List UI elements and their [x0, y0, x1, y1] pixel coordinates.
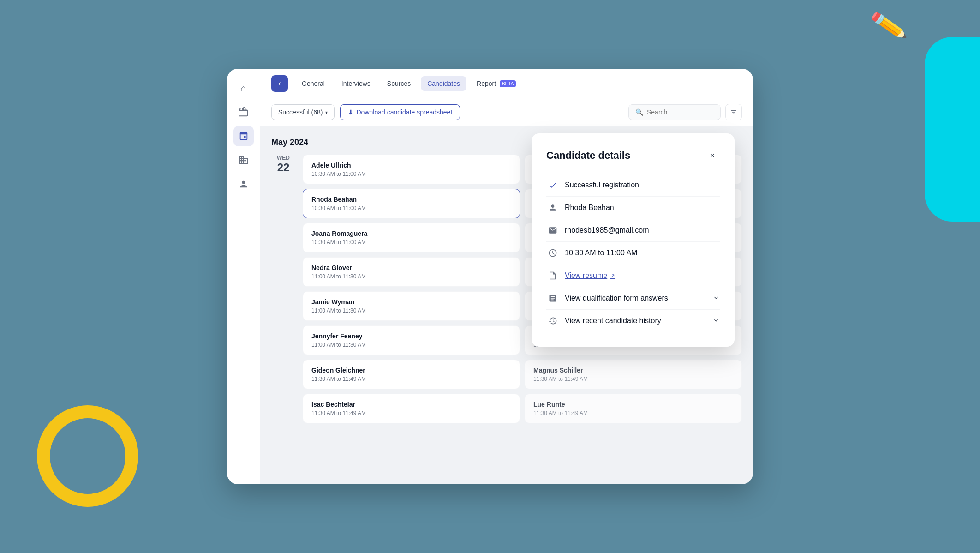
search-box: 🔍: [628, 104, 721, 120]
sidebar-item-home[interactable]: ⌂: [233, 78, 254, 98]
filter-icon-button[interactable]: [725, 104, 742, 120]
yellow-circle-decoration: [37, 405, 138, 507]
candidate-name: Jennyfer Feeney: [311, 332, 511, 340]
history-chevron-icon: [712, 317, 720, 325]
beta-badge: BETA: [500, 80, 516, 87]
candidate-time: 10:30 AM to 11:00 AM: [311, 205, 511, 211]
candidate-name: Isac Bechtelar: [311, 401, 511, 408]
sidebar-item-building[interactable]: [233, 150, 254, 170]
resume-link[interactable]: View resume ↗: [565, 271, 720, 280]
download-label: Download candidate spreadsheet: [356, 108, 452, 116]
purple-squiggle-decoration: ✏️: [869, 6, 908, 45]
resume-icon: [546, 269, 559, 282]
candidate-name: Nedra Glover: [311, 264, 511, 271]
filter-label: Successful (68): [278, 108, 323, 116]
candidate-time: 11:30 AM to 11:49 AM: [533, 410, 733, 416]
history-text: View recent candidate history: [565, 317, 707, 325]
person-detail-icon: [546, 201, 559, 214]
candidate-time: 11:00 AM to 11:30 AM: [311, 307, 511, 314]
chevron-down-icon: ▾: [325, 110, 328, 115]
download-button[interactable]: ⬇ Download candidate spreadsheet: [340, 104, 460, 120]
panel-header: Candidate details ×: [546, 148, 720, 163]
tab-sources[interactable]: Sources: [381, 76, 417, 91]
resume-label: View resume: [565, 271, 607, 280]
qualification-text: View qualification form answers: [565, 294, 707, 302]
tab-candidates[interactable]: Candidates: [421, 76, 466, 91]
candidate-name: Lue Runte: [533, 401, 733, 408]
status-row: Successful registration: [546, 174, 720, 197]
toolbar: Successful (68) ▾ ⬇ Download candidate s…: [260, 98, 753, 126]
sidebar-item-jobs[interactable]: [233, 102, 254, 122]
tab-interviews[interactable]: Interviews: [335, 76, 377, 91]
candidate-time: 11:30 AM to 11:49 AM: [311, 410, 511, 416]
email-row: rhodesb1985@gmail.com: [546, 219, 720, 242]
candidate-card[interactable]: Gideon Gleichner 11:30 AM to 11:49 AM: [303, 360, 520, 389]
email-text: rhodesb1985@gmail.com: [565, 226, 720, 234]
candidate-time: 11:00 AM to 11:30 AM: [311, 273, 511, 280]
candidate-time: 11:30 AM to 11:49 AM: [311, 376, 511, 382]
candidate-card[interactable]: Jamie Wyman 11:00 AM to 11:30 AM: [303, 291, 520, 321]
check-icon: [546, 179, 559, 192]
candidate-name: Jamie Wyman: [311, 298, 511, 306]
sidebar: ⌂: [227, 69, 260, 484]
candidate-card[interactable]: Jennyfer Feeney 11:00 AM to 11:30 AM: [303, 325, 520, 355]
download-icon: ⬇: [348, 108, 353, 116]
candidate-time: 11:30 AM to 11:49 AM: [533, 376, 733, 382]
history-icon: [546, 314, 559, 327]
candidate-card[interactable]: Isac Bechtelar 11:30 AM to 11:49 AM: [303, 394, 520, 423]
day-label: WED 22: [271, 155, 295, 423]
main-card: ⌂ ‹ General Interviews Sources Candidate…: [227, 69, 753, 484]
name-row: Rhoda Beahan: [546, 197, 720, 219]
weekday-label: WED: [277, 155, 290, 161]
candidate-card[interactable]: Joana Romaguera 10:30 AM to 11:00 AM: [303, 223, 520, 252]
toolbar-right: 🔍: [628, 104, 742, 120]
search-icon: 🔍: [635, 108, 643, 116]
candidate-name: Rhoda Beahan: [311, 196, 511, 203]
candidate-card[interactable]: Nedra Glover 11:00 AM to 11:30 AM: [303, 257, 520, 287]
close-button[interactable]: ×: [705, 148, 720, 163]
top-nav: ‹ General Interviews Sources Candidates …: [260, 69, 753, 98]
clock-icon: [546, 246, 559, 259]
history-row[interactable]: View recent candidate history: [546, 310, 720, 332]
candidate-time: 10:30 AM to 11:00 AM: [311, 171, 511, 177]
candidate-card[interactable]: Magnus Schiller 11:30 AM to 11:49 AM: [525, 360, 742, 389]
candidate-name: Joana Romaguera: [311, 230, 511, 237]
email-icon: [546, 224, 559, 237]
qualification-row[interactable]: View qualification form answers: [546, 287, 720, 310]
candidate-time: 10:30 AM to 11:00 AM: [311, 239, 511, 246]
filter-icon: [730, 108, 737, 116]
search-input[interactable]: [647, 108, 714, 116]
candidate-name: Adele Ullrich: [311, 162, 511, 169]
candidate-time: 11:00 AM to 11:30 AM: [311, 342, 511, 348]
tab-report[interactable]: Report BETA: [470, 76, 522, 91]
sidebar-item-person[interactable]: [233, 174, 254, 194]
candidate-card[interactable]: Rhoda Beahan 10:30 AM to 11:00 AM: [303, 189, 520, 218]
qualification-chevron-icon: [712, 294, 720, 303]
candidate-details-panel: Candidate details × Successful registrat…: [532, 133, 735, 347]
day-number: 22: [277, 161, 290, 174]
candidate-card[interactable]: Lue Runte 11:30 AM to 11:49 AM: [525, 394, 742, 423]
sidebar-item-calendar[interactable]: [233, 126, 254, 146]
back-button[interactable]: ‹: [271, 75, 288, 92]
panel-title: Candidate details: [546, 150, 630, 162]
time-text: 10:30 AM to 11:00 AM: [565, 249, 720, 257]
filter-button[interactable]: Successful (68) ▾: [271, 104, 335, 120]
toolbar-left: Successful (68) ▾ ⬇ Download candidate s…: [271, 104, 460, 120]
tab-general[interactable]: General: [295, 76, 331, 91]
candidate-name: Gideon Gleichner: [311, 367, 511, 374]
candidate-card[interactable]: Adele Ullrich 10:30 AM to 11:00 AM: [303, 155, 520, 184]
candidate-name: Magnus Schiller: [533, 367, 733, 374]
resume-row: View resume ↗: [546, 264, 720, 287]
time-row: 10:30 AM to 11:00 AM: [546, 242, 720, 264]
cyan-arc-decoration: [925, 37, 980, 222]
candidate-name-detail: Rhoda Beahan: [565, 204, 720, 212]
status-text: Successful registration: [565, 181, 720, 189]
external-link-icon: ↗: [610, 272, 615, 279]
qualification-icon: [546, 292, 559, 305]
